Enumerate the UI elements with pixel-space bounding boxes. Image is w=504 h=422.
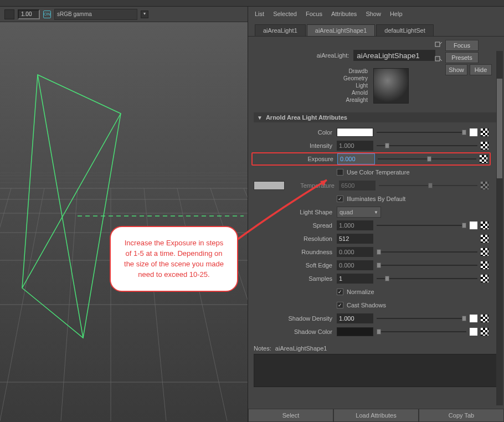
viewport-toolbar: ON sRGB gamma ▾ (0, 7, 248, 22)
notes-nodename: aiAreaLightShape1 (275, 345, 327, 352)
map-icon (481, 182, 488, 189)
notes-section: Notes: aiAreaLightShape1 (254, 345, 498, 387)
checkbox-use-color-temp[interactable] (337, 169, 343, 176)
presets-link-icon[interactable] (434, 53, 443, 62)
connect-icon[interactable] (470, 328, 477, 336)
input-soft-edge[interactable] (337, 260, 373, 270)
tab-defaultlightset[interactable]: defaultLightSet (376, 24, 433, 36)
label-soft-edge: Soft Edge (254, 262, 333, 269)
exposure-value-field[interactable] (18, 9, 40, 19)
presets-button[interactable]: Presets (445, 52, 479, 63)
slider-roundness[interactable] (377, 248, 477, 256)
slider-samples[interactable] (377, 275, 477, 282)
colorspace-icon[interactable]: ON (43, 11, 51, 18)
slider-spread[interactable] (377, 222, 466, 229)
preview-label: Drawdb (343, 68, 368, 75)
map-icon[interactable] (481, 248, 488, 256)
copy-tab-button[interactable]: Copy Tab (419, 409, 504, 422)
color-swatch[interactable] (337, 128, 373, 137)
connect-icon[interactable] (470, 128, 477, 136)
slider-exposure[interactable] (378, 155, 476, 163)
input-temperature (339, 181, 376, 191)
shadow-color-swatch[interactable] (337, 327, 373, 336)
menu-show[interactable]: Show (366, 11, 381, 17)
attr-right-buttons: Focus Presets Show Hide (434, 40, 492, 75)
input-roundness[interactable] (337, 247, 373, 257)
viewport-wireframe (0, 22, 248, 421)
map-icon[interactable] (481, 315, 488, 322)
exposure-icon[interactable] (4, 9, 14, 19)
map-icon[interactable] (481, 235, 488, 243)
input-intensity[interactable] (337, 141, 373, 151)
preview-swatch[interactable] (373, 68, 409, 104)
attr-tabs: aiAreaLight1 aiAreaLightShape1 defaultLi… (248, 24, 504, 36)
tab-aiarealightshape1[interactable]: aiAreaLightShape1 (307, 24, 376, 36)
load-attributes-button[interactable]: Load Attributes (333, 409, 419, 422)
hide-button[interactable]: Hide (470, 64, 492, 75)
section-title: Arnold Area Light Attributes (266, 114, 347, 121)
map-icon[interactable] (481, 261, 488, 269)
checkbox-normalize[interactable] (337, 289, 343, 295)
menu-list[interactable]: List (255, 11, 264, 17)
label-intensity: Intensity (254, 142, 333, 149)
label-shadow-color: Shadow Color (254, 328, 333, 335)
preview-label: Light (343, 82, 368, 89)
connect-icon[interactable] (470, 222, 477, 229)
map-icon[interactable] (481, 328, 488, 336)
notes-label: Notes: (254, 345, 271, 352)
node-name-field[interactable] (353, 50, 435, 61)
svg-marker-20 (22, 75, 121, 338)
input-exposure[interactable] (338, 154, 374, 164)
dropdown-light-shape[interactable]: quad▼ (337, 207, 381, 218)
focus-button[interactable]: Focus (445, 40, 479, 51)
map-icon[interactable] (481, 142, 488, 150)
svg-rect-24 (435, 56, 440, 61)
input-shadow-density[interactable] (337, 313, 373, 323)
map-icon[interactable] (481, 222, 488, 229)
menu-focus[interactable]: Focus (306, 11, 322, 17)
menu-selected[interactable]: Selected (273, 11, 297, 17)
tab-aiarealight1[interactable]: aiAreaLight1 (255, 24, 306, 36)
collapse-icon: ▼ (257, 115, 263, 121)
colorspace-dropdown[interactable]: sRGB gamma (54, 9, 137, 20)
map-icon[interactable] (480, 155, 487, 163)
checkbox-cast-shadows[interactable] (337, 302, 343, 308)
slider-shadow-color[interactable] (377, 328, 466, 336)
map-icon[interactable] (481, 275, 488, 282)
label-roundness: Roundness (254, 249, 333, 255)
top-toolbar (0, 0, 504, 7)
input-samples[interactable] (337, 274, 373, 284)
slider-soft-edge[interactable] (377, 261, 477, 269)
label-samples: Samples (254, 275, 333, 282)
checkbox-illuminates[interactable] (337, 195, 343, 202)
dropdown-arrow-icon[interactable]: ▾ (141, 11, 148, 18)
focus-link-icon[interactable] (434, 41, 443, 50)
scrollbar[interactable] (496, 51, 503, 405)
slider-shadow-density[interactable] (377, 315, 466, 322)
viewport-panel: ON sRGB gamma ▾ (0, 7, 248, 422)
menu-attributes[interactable]: Attributes (331, 11, 357, 17)
label-exposure: Exposure (255, 156, 335, 162)
map-icon[interactable] (481, 128, 488, 136)
preview-label: Arealight (343, 96, 368, 104)
preview-label: Arnold (343, 89, 368, 96)
viewport-3d[interactable] (0, 22, 248, 422)
menu-help[interactable]: Help (390, 11, 403, 17)
input-resolution[interactable] (337, 234, 373, 244)
slider-color[interactable] (377, 128, 466, 136)
slider-intensity[interactable] (377, 142, 477, 150)
label-shadow-density: Shadow Density (254, 315, 333, 322)
colorspace-label: sRGB gamma (57, 11, 92, 17)
label-illuminates: Illuminates By Default (347, 195, 405, 202)
preview-label: Geometry (343, 75, 368, 82)
section-header-arnold-light[interactable]: ▼ Arnold Area Light Attributes (254, 112, 498, 122)
input-spread[interactable] (337, 220, 373, 230)
show-button[interactable]: Show (445, 64, 467, 75)
node-type-label: aiAreaLight: (317, 52, 349, 59)
select-button[interactable]: Select (248, 409, 333, 422)
notes-textarea[interactable] (254, 354, 498, 387)
callout-note: Increase the Exposure in steps of 1-5 at… (110, 226, 238, 292)
slider-temperature (379, 182, 477, 189)
label-normalize: Normalize (347, 289, 374, 295)
connect-icon[interactable] (470, 315, 477, 322)
